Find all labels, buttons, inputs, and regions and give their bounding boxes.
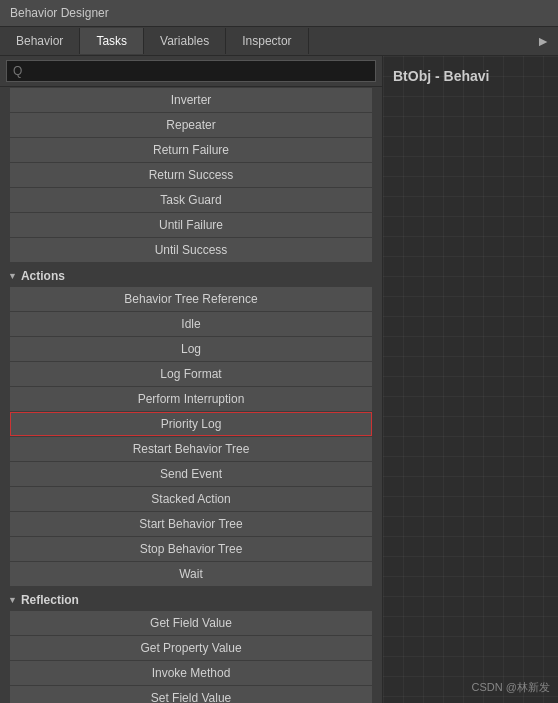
list-item[interactable]: Return Success: [10, 163, 372, 187]
search-bar: [0, 56, 382, 87]
tab-tasks[interactable]: Tasks: [80, 28, 144, 54]
right-panel-title: BtObj - Behavi: [393, 68, 489, 84]
list-item[interactable]: Return Failure: [10, 138, 372, 162]
list-item[interactable]: Get Property Value: [10, 636, 372, 660]
list-item[interactable]: Idle: [10, 312, 372, 336]
watermark: CSDN @林新发: [472, 680, 550, 695]
reflection-section-header[interactable]: Reflection: [0, 587, 382, 610]
list-item[interactable]: Invoke Method: [10, 661, 372, 685]
list-item[interactable]: Stacked Action: [10, 487, 372, 511]
list-item[interactable]: Send Event: [10, 462, 372, 486]
list-item[interactable]: Task Guard: [10, 188, 372, 212]
list-item[interactable]: Log: [10, 337, 372, 361]
list-item[interactable]: Until Success: [10, 238, 372, 262]
list-item[interactable]: Inverter: [10, 88, 372, 112]
list-item[interactable]: Perform Interruption: [10, 387, 372, 411]
search-input[interactable]: [6, 60, 376, 82]
actions-section-header[interactable]: Actions: [0, 263, 382, 286]
app-title: Behavior Designer: [10, 6, 109, 20]
grid-background: [383, 56, 558, 703]
collapse-arrow[interactable]: ►: [528, 27, 558, 55]
priority-log-item[interactable]: Priority Log: [10, 412, 372, 436]
list-item[interactable]: Start Behavior Tree: [10, 512, 372, 536]
list-item[interactable]: Wait: [10, 562, 372, 586]
list-item[interactable]: Stop Behavior Tree: [10, 537, 372, 561]
list-item[interactable]: Restart Behavior Tree: [10, 437, 372, 461]
tab-inspector[interactable]: Inspector: [226, 28, 308, 54]
list-item[interactable]: Log Format: [10, 362, 372, 386]
list-item[interactable]: Set Field Value: [10, 686, 372, 703]
left-panel: Inverter Repeater Return Failure Return …: [0, 56, 383, 703]
title-bar: Behavior Designer: [0, 0, 558, 27]
task-list[interactable]: Inverter Repeater Return Failure Return …: [0, 87, 382, 703]
right-panel: BtObj - Behavi CSDN @林新发: [383, 56, 558, 703]
list-item[interactable]: Until Failure: [10, 213, 372, 237]
list-item[interactable]: Behavior Tree Reference: [10, 287, 372, 311]
tab-bar: Behavior Tasks Variables Inspector ►: [0, 27, 558, 56]
list-item[interactable]: Get Field Value: [10, 611, 372, 635]
main-layout: Inverter Repeater Return Failure Return …: [0, 56, 558, 703]
tab-variables[interactable]: Variables: [144, 28, 226, 54]
list-item[interactable]: Repeater: [10, 113, 372, 137]
tab-behavior[interactable]: Behavior: [0, 28, 80, 54]
